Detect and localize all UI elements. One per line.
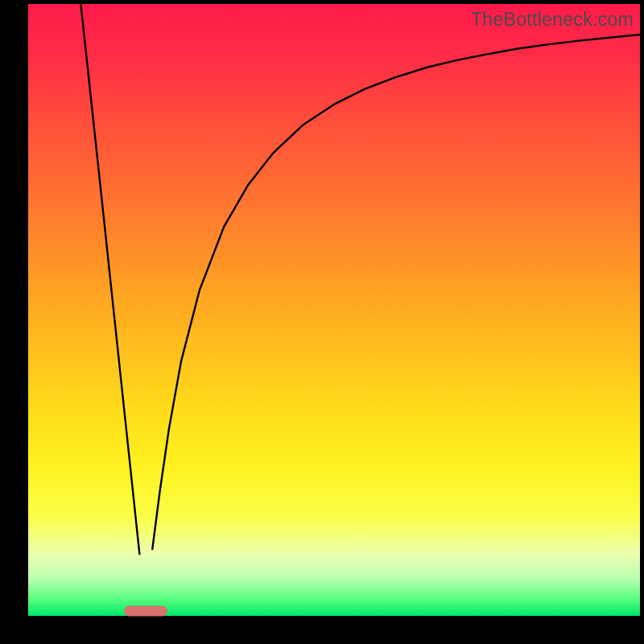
curve-layer bbox=[28, 4, 640, 616]
bottleneck-marker bbox=[124, 606, 167, 617]
plot-area: TheBottleneck.com bbox=[28, 4, 640, 616]
chart-frame: TheBottleneck.com bbox=[0, 0, 644, 644]
curve-right bbox=[152, 35, 640, 549]
curve-left bbox=[80, 4, 139, 554]
